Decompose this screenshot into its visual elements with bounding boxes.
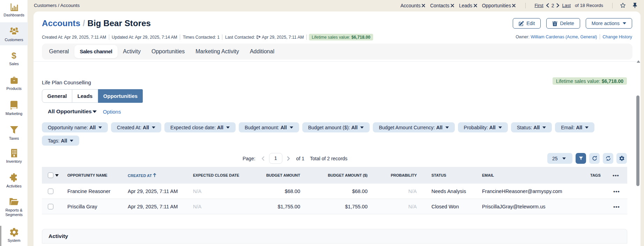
svg-text:$: $	[12, 51, 16, 60]
